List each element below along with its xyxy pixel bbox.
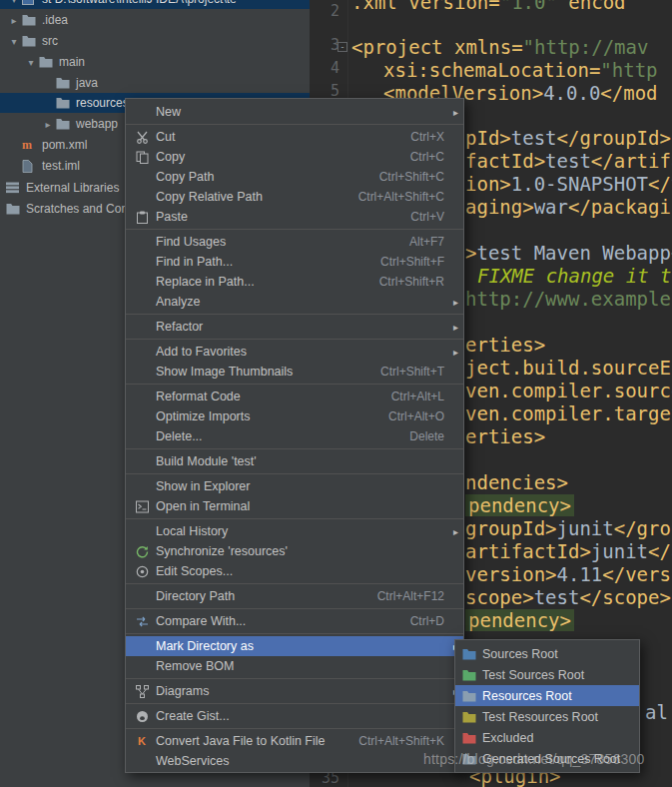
submenu-item-test-resources-root[interactable]: Test Resources Root (455, 706, 639, 727)
folder-icon (56, 117, 74, 131)
tree-item-main[interactable]: ▾main (0, 52, 310, 72)
menu-item-optimize-imports[interactable]: Optimize ImportsCtrl+Alt+O (126, 406, 463, 426)
menu-item-webservices[interactable]: WebServices (126, 751, 463, 771)
chevron-down-icon[interactable]: ▾ (6, 36, 22, 47)
menu-item-add-to-favorites[interactable]: Add to Favorites▸ (126, 342, 463, 362)
menu-icon-slot (133, 479, 151, 493)
submenu-item-test-sources-root[interactable]: Test Sources Root (455, 664, 639, 685)
submenu-item-label: Test Sources Root (482, 668, 584, 682)
menu-item-refactor[interactable]: Refactor▸ (126, 317, 463, 337)
sources-root-folder-icon (462, 648, 482, 660)
compare-icon (133, 614, 151, 628)
code-line: ion>1.0-SNAPSHOT</v (465, 173, 672, 195)
menu-item-copy-relative-path[interactable]: Copy Relative PathCtrl+Alt+Shift+C (126, 187, 463, 207)
menu-item-new[interactable]: New▸ (126, 102, 463, 122)
menu-item-label: Replace in Path... (156, 275, 255, 289)
github-icon (133, 709, 151, 723)
chevron-down-icon[interactable]: ▾ (6, 0, 22, 5)
menu-item-label: Build Module 'test' (156, 454, 257, 468)
kotlin-icon: K (133, 734, 151, 748)
code-line: al (645, 701, 668, 723)
cut-icon (133, 130, 151, 144)
chevron-right-icon[interactable]: ▸ (6, 15, 22, 26)
code-segment: http://www.example. (465, 288, 672, 310)
chevron-right-icon[interactable]: ▸ (40, 119, 56, 130)
folder-icon (22, 13, 40, 27)
code-segment: pendency> (468, 609, 571, 631)
terminal-icon (133, 499, 151, 513)
menu-separator (126, 608, 463, 609)
code-segment: </a (648, 540, 672, 562)
project-icon (22, 0, 40, 6)
code-segment: </grou (614, 517, 672, 539)
menu-item-create-gist[interactable]: Create Gist... (126, 706, 463, 726)
code-line: groupId>junit</grou (465, 517, 672, 539)
submenu-item-label: Excluded (482, 731, 533, 745)
code-segment: </versi (602, 563, 672, 585)
tree-item-label: resources (74, 96, 129, 110)
menu-item-local-history[interactable]: Local History▸ (126, 521, 463, 541)
menu-item-find-in-path[interactable]: Find in Path...Ctrl+Shift+F (126, 252, 463, 272)
menu-separator (126, 448, 463, 449)
menu-item-label: Mark Directory as (156, 639, 254, 653)
tree-item-src[interactable]: ▾src (0, 31, 310, 51)
menu-item-copy-path[interactable]: Copy PathCtrl+Shift+C (126, 167, 463, 187)
code-line: pId>test</groupId> (465, 127, 671, 149)
submenu-arrow-icon: ▸ (444, 347, 458, 358)
submenu-item-excluded[interactable]: Excluded (455, 727, 639, 748)
menu-item-shortcut: Ctrl+Alt+O (388, 409, 444, 423)
menu-item-build-module-test[interactable]: Build Module 'test' (126, 451, 463, 471)
code-line: ndencies> (465, 471, 568, 493)
code-segment: pId> (465, 127, 511, 149)
code-segment: scope> (465, 586, 534, 608)
menu-item-diagrams[interactable]: Diagrams▸ (126, 681, 463, 701)
menu-item-reformat-code[interactable]: Reformat CodeCtrl+Alt+L (126, 387, 463, 406)
menu-item-compare-with[interactable]: Compare With...Ctrl+D (126, 611, 463, 631)
tree-item-idea[interactable]: ▸.idea (0, 10, 310, 30)
file-icon (22, 159, 40, 173)
menu-item-mark-directory-as[interactable]: Mark Directory as▸ (126, 636, 463, 656)
menu-item-convert-java-file-to-kotlin-file[interactable]: KConvert Java File to Kotlin FileCtrl+Al… (126, 731, 463, 751)
menu-item-open-in-terminal[interactable]: Open in Terminal (126, 496, 463, 516)
menu-icon-slot (133, 639, 151, 653)
code-segment: erties> (465, 334, 545, 356)
menu-item-cut[interactable]: CutCtrl+X (126, 127, 463, 147)
menu-item-label: Convert Java File to Kotlin File (156, 734, 326, 748)
submenu-item-resources-root[interactable]: Resources Root (455, 685, 639, 706)
menu-icon-slot (133, 275, 151, 289)
menu-item-label: Find Usages (156, 235, 226, 249)
menu-icon-slot (133, 754, 151, 768)
menu-item-paste[interactable]: PasteCtrl+V (126, 207, 463, 227)
menu-item-replace-in-path[interactable]: Replace in Path...Ctrl+Shift+R (126, 272, 463, 292)
menu-item-label: Copy Path (156, 170, 214, 184)
menu-item-remove-bom[interactable]: Remove BOM (126, 656, 463, 676)
ide-window: - 234535.xml version="1.0" encod<project… (0, 0, 672, 787)
menu-item-label: Remove BOM (156, 659, 235, 673)
code-line: .xml version="1.0" encod (351, 0, 626, 13)
code-segment: <project xmlns= (351, 36, 523, 58)
menu-item-label: Create Gist... (156, 709, 230, 723)
menu-separator (126, 728, 463, 729)
scratches-icon (6, 202, 24, 216)
chevron-down-icon[interactable]: ▾ (23, 57, 39, 68)
menu-item-shortcut: Ctrl+C (410, 150, 444, 164)
menu-item-copy[interactable]: CopyCtrl+C (126, 147, 463, 167)
menu-item-edit-scopes[interactable]: Edit Scopes... (126, 561, 463, 581)
menu-item-delete[interactable]: Delete...Delete (126, 426, 463, 446)
tree-item-java[interactable]: java (0, 73, 310, 93)
code-line: ject.build.sourceE (465, 357, 671, 379)
menu-item-directory-path[interactable]: Directory PathCtrl+Alt+F12 (126, 586, 463, 606)
tree-item-st-d-software-intellij-idea-project-te[interactable]: ▾st D:\software\IntelliJ IDEA\project\te (0, 0, 310, 9)
submenu-item-sources-root[interactable]: Sources Root (455, 643, 639, 664)
menu-icon-slot (133, 454, 151, 468)
menu-item-synchronize-resources[interactable]: Synchronize 'resources' (126, 541, 463, 561)
menu-item-analyze[interactable]: Analyze▸ (126, 292, 463, 312)
menu-item-find-usages[interactable]: Find UsagesAlt+F7 (126, 232, 463, 252)
menu-item-label: Cut (156, 130, 175, 144)
line-number: 4 (310, 59, 339, 77)
menu-item-show-image-thumbnails[interactable]: Show Image ThumbnailsCtrl+Shift+T (126, 362, 463, 382)
tree-item-label: .idea (40, 13, 68, 27)
menu-item-label: Refactor (156, 320, 203, 334)
menu-item-show-in-explorer[interactable]: Show in Explorer (126, 476, 463, 496)
code-line: aging>war</packagin (465, 196, 672, 218)
